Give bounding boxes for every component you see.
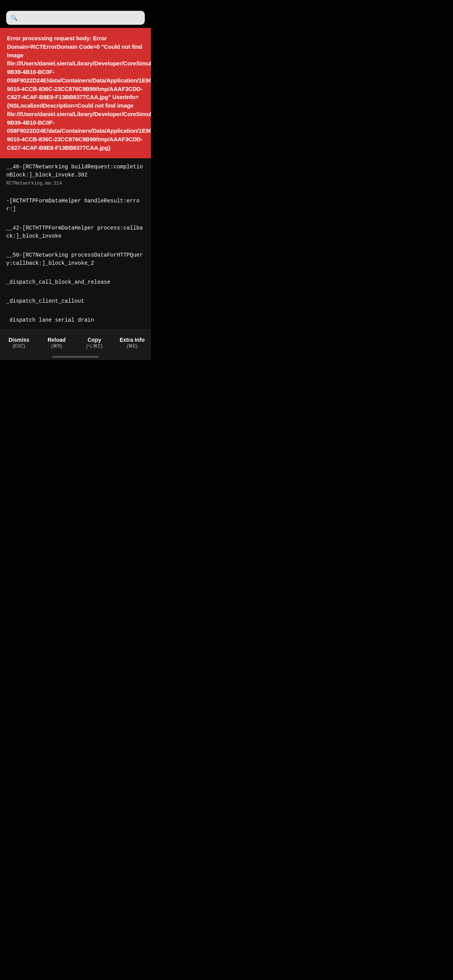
home-indicator xyxy=(0,353,151,360)
extra-info-shortcut: (⌘E) xyxy=(127,343,137,350)
copy-button[interactable]: Copy (⌥⌘C) xyxy=(76,334,113,352)
home-indicator-bar xyxy=(52,356,99,358)
stack-trace-area: __46-[RCTNetworking buildRequest:complet… xyxy=(0,158,151,330)
copy-label: Copy xyxy=(88,336,101,343)
stack-item-main: __46-[RCTNetworking buildRequest:complet… xyxy=(6,163,145,179)
search-bar[interactable]: 🔍 xyxy=(6,11,145,25)
error-text: Error processing request body: Error Dom… xyxy=(7,35,151,151)
stack-item: _dispatch_call_block_and_release xyxy=(0,273,151,292)
stack-item: dispatch lane serial drain xyxy=(0,311,151,330)
copy-shortcut: (⌥⌘C) xyxy=(86,343,103,350)
reload-shortcut: (⌘R) xyxy=(51,343,62,350)
stack-item: -[RCTHTTPFormDataHelper handleResult:err… xyxy=(0,192,151,219)
error-banner: Error processing request body: Error Dom… xyxy=(0,28,151,158)
dismiss-button[interactable]: Dismiss (ESC) xyxy=(0,334,38,352)
screen: 🔍 Error processing request body: Error D… xyxy=(0,0,151,360)
action-bar: Dismiss (ESC) Reload (⌘R) Copy (⌥⌘C) Ext… xyxy=(0,330,151,353)
reload-button[interactable]: Reload (⌘R) xyxy=(38,334,76,352)
stack-item-sub: RCTNetworking.mm:314 xyxy=(6,180,145,187)
stack-item: __42-[RCTHTTPFormDataHelper process:call… xyxy=(0,219,151,246)
extra-info-button[interactable]: Extra Info (⌘E) xyxy=(113,334,151,352)
extra-info-label: Extra Info xyxy=(120,336,145,343)
dismiss-label: Dismiss xyxy=(9,336,29,343)
stack-item: __50-[RCTNetworking processDataForHTTPQu… xyxy=(0,246,151,273)
stack-item: __46-[RCTNetworking buildRequest:complet… xyxy=(0,158,151,192)
top-bar xyxy=(0,0,151,8)
reload-label: Reload xyxy=(48,336,66,343)
dismiss-shortcut: (ESC) xyxy=(12,343,25,350)
stack-item: _dispatch_client_callout xyxy=(0,292,151,311)
